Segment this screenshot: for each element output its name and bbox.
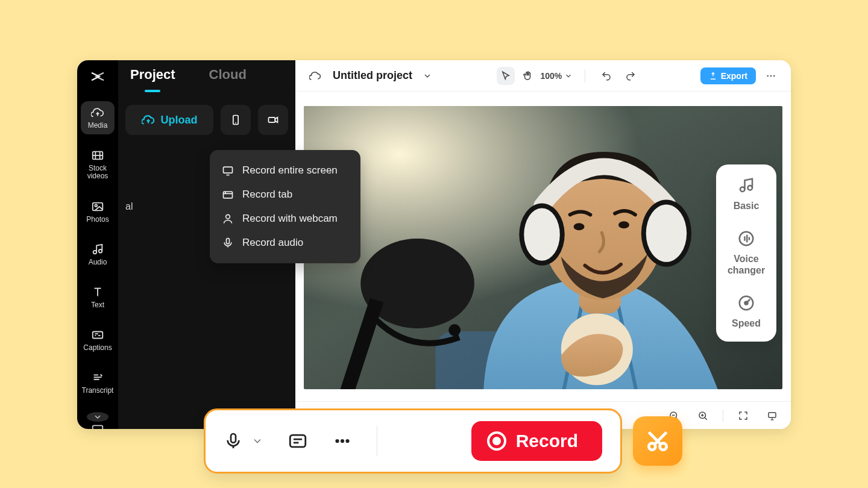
svg-rect-50 (290, 435, 306, 447)
rail-item-captions[interactable]: Captions (81, 324, 115, 357)
record-tab[interactable]: Record tab (215, 183, 356, 207)
svg-rect-12 (269, 117, 275, 122)
tab-cloud[interactable]: Cloud (209, 67, 247, 91)
cloud-icon[interactable] (306, 67, 324, 85)
upload-label: Upload (161, 114, 198, 127)
rail-label-audio: Audio (89, 258, 107, 266)
fullscreen-button[interactable] (734, 407, 752, 425)
record-options-menu: Record entire screen Record tab Record w… (210, 150, 360, 263)
top-bar: Untitled project 100% (295, 60, 791, 92)
undo-button[interactable] (597, 67, 615, 85)
svg-point-53 (345, 439, 349, 443)
tab-project[interactable]: Project (130, 67, 175, 91)
present-button[interactable] (763, 407, 781, 425)
rail-label-transcript: Transcript (82, 387, 114, 395)
teleprompter-button[interactable] (288, 431, 308, 451)
rail-label-media: Media (88, 122, 108, 130)
tool-voice-changer[interactable]: Voice changer (728, 230, 765, 276)
record-button-label: Record (516, 431, 578, 451)
svg-point-51 (335, 439, 339, 443)
svg-point-27 (646, 205, 687, 262)
editor-window: Media Stock videos Photos Audio Text Cap… (77, 60, 791, 429)
zoom-in-button[interactable] (694, 407, 712, 425)
zoom-level[interactable]: 100% (540, 71, 573, 81)
svg-point-14 (770, 75, 772, 76)
cut-tool-tile[interactable] (633, 416, 682, 466)
rail-item-text[interactable]: Text (81, 281, 115, 314)
tool-basic-label: Basic (734, 201, 760, 211)
svg-point-52 (341, 439, 344, 443)
svg-rect-49 (231, 434, 236, 443)
svg-rect-40 (224, 167, 233, 173)
record-entire-screen[interactable]: Record entire screen (215, 158, 356, 183)
record-entire-screen-label: Record entire screen (242, 164, 338, 177)
keyboard-icon[interactable] (91, 422, 104, 430)
svg-point-23 (618, 221, 629, 228)
svg-rect-4 (93, 202, 103, 210)
rail-item-stock-videos[interactable]: Stock videos (81, 144, 115, 185)
rail-label-stock-videos: Stock videos (87, 164, 108, 180)
rail-label-captions: Captions (83, 344, 112, 352)
more-options[interactable] (332, 431, 353, 451)
svg-rect-8 (93, 332, 103, 339)
mic-selector[interactable] (224, 431, 263, 451)
cursor-tool[interactable] (497, 67, 515, 85)
svg-point-31 (448, 324, 461, 336)
redo-button[interactable] (621, 67, 640, 85)
rail-item-audio[interactable]: Audio (81, 238, 115, 271)
record-dot-icon (487, 431, 506, 451)
rail-item-media[interactable]: Media (81, 101, 115, 134)
record-toolbar: Record (204, 408, 622, 474)
tool-voice-changer-label: Voice changer (728, 254, 765, 276)
record-audio-label: Record audio (242, 237, 303, 249)
left-rail: Media Stock videos Photos Audio Text Cap… (77, 60, 118, 429)
tool-speed-label: Speed (732, 318, 761, 329)
svg-point-5 (95, 204, 97, 207)
svg-point-13 (767, 75, 769, 76)
record-audio[interactable]: Record audio (215, 231, 356, 255)
export-label: Export (721, 71, 747, 81)
title-dropdown[interactable] (418, 67, 436, 85)
rail-item-photos[interactable]: Photos (81, 195, 115, 228)
tool-basic[interactable]: Basic (734, 177, 760, 211)
more-menu[interactable] (762, 67, 780, 85)
rail-expand-button[interactable] (87, 412, 108, 422)
rail-label-photos: Photos (86, 216, 108, 224)
rail-label-text: Text (91, 301, 104, 309)
svg-line-38 (705, 418, 707, 420)
project-title[interactable]: Untitled project (333, 69, 412, 82)
svg-point-42 (226, 214, 230, 219)
tool-speed[interactable]: Speed (732, 294, 761, 329)
export-button[interactable]: Export (700, 67, 756, 84)
record-tab-label: Record tab (242, 189, 292, 201)
svg-rect-39 (769, 412, 776, 417)
right-tools-panel: Basic Voice changer Speed (716, 164, 776, 342)
record-with-webcam[interactable]: Record with webcam (215, 207, 356, 231)
rail-item-transcript[interactable]: Transcript (81, 366, 115, 399)
record-button[interactable]: Record (471, 421, 602, 461)
camera-button[interactable] (258, 105, 288, 135)
zoom-text: 100% (540, 71, 562, 81)
upload-button[interactable]: Upload (125, 105, 213, 135)
svg-rect-9 (93, 425, 103, 429)
svg-point-22 (574, 223, 585, 230)
svg-point-25 (524, 208, 560, 260)
mobile-button[interactable] (221, 105, 251, 135)
svg-point-15 (773, 75, 775, 76)
svg-rect-41 (224, 192, 233, 198)
svg-rect-43 (227, 239, 230, 244)
app-logo (84, 67, 111, 86)
hand-tool[interactable] (518, 67, 536, 85)
record-with-webcam-label: Record with webcam (242, 213, 338, 225)
video-preview[interactable] (304, 106, 782, 389)
